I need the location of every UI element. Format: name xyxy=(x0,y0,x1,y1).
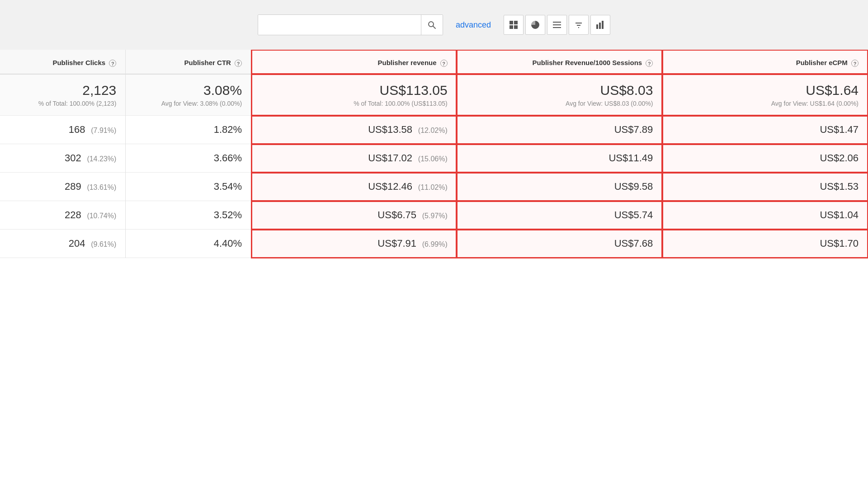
svg-rect-14 xyxy=(602,21,604,29)
row-pub-ecpm: US$1.53 xyxy=(662,173,868,201)
total-pub-ecpm: US$1.64 Avg for View: US$1.64 (0.00%) xyxy=(662,74,868,116)
search-button[interactable] xyxy=(421,15,443,35)
total-pub-clicks: 2,123 % of Total: 100.00% (2,123) xyxy=(0,74,126,116)
row-pub-rev1k: US$9.58 xyxy=(457,173,662,201)
row-pub-revenue: US$7.91 (6.99%) xyxy=(251,230,457,258)
table-row: 302 (14.23%) 3.66% US$17.02 (15.06%) US$… xyxy=(0,144,868,173)
row-pub-ctr: 4.40% xyxy=(126,230,251,258)
col-header-pub-ctr: Publisher CTR ? xyxy=(126,50,251,74)
table-row: 168 (7.91%) 1.82% US$13.58 (12.02%) US$7… xyxy=(0,116,868,144)
row-pub-rev1k: US$5.74 xyxy=(457,201,662,230)
grid-view-button[interactable] xyxy=(504,15,524,35)
toolbar: advanced xyxy=(0,0,868,50)
row-pub-ctr: 3.54% xyxy=(126,173,251,201)
pub-clicks-help-icon[interactable]: ? xyxy=(109,60,116,67)
row-pub-revenue: US$17.02 (15.06%) xyxy=(251,144,457,173)
table-row: 204 (9.61%) 4.40% US$7.91 (6.99%) US$7.6… xyxy=(0,230,868,258)
bar-chart-button[interactable] xyxy=(590,15,610,35)
svg-rect-2 xyxy=(509,21,513,24)
filter-button[interactable] xyxy=(569,15,589,35)
row-pub-clicks: 228 (10.74%) xyxy=(0,201,126,230)
svg-rect-3 xyxy=(514,21,518,24)
row-pub-revenue: US$12.46 (11.02%) xyxy=(251,173,457,201)
table-row: 289 (13.61%) 3.54% US$12.46 (11.02%) US$… xyxy=(0,173,868,201)
total-pub-revenue: US$113.05 % of Total: 100.00% (US$113.05… xyxy=(251,74,457,116)
svg-rect-4 xyxy=(509,25,513,29)
row-pub-revenue: US$6.75 (5.97%) xyxy=(251,201,457,230)
row-pub-rev1k: US$11.49 xyxy=(457,144,662,173)
row-pub-rev1k: US$7.68 xyxy=(457,230,662,258)
row-pub-ctr: 1.82% xyxy=(126,116,251,144)
svg-rect-7 xyxy=(553,24,561,25)
list-view-button[interactable] xyxy=(547,15,567,35)
advanced-link[interactable]: advanced xyxy=(456,20,491,30)
row-pub-ecpm: US$2.06 xyxy=(662,144,868,173)
pie-chart-icon xyxy=(530,20,540,30)
col-header-pub-clicks: Publisher Clicks ? xyxy=(0,50,126,74)
pub-ctr-help-icon[interactable]: ? xyxy=(235,60,242,67)
pub-rev1k-help-icon[interactable]: ? xyxy=(646,60,653,67)
row-pub-clicks: 289 (13.61%) xyxy=(0,173,126,201)
search-box xyxy=(258,14,443,35)
row-pub-clicks: 302 (14.23%) xyxy=(0,144,126,173)
row-pub-ecpm: US$1.70 xyxy=(662,230,868,258)
svg-line-1 xyxy=(433,26,435,28)
row-pub-revenue: US$13.58 (12.02%) xyxy=(251,116,457,144)
row-pub-ctr: 3.52% xyxy=(126,201,251,230)
col-header-pub-ecpm: Publisher eCPM ? xyxy=(662,50,868,74)
analytics-table: Publisher Clicks ? Publisher CTR ? Publi… xyxy=(0,50,868,258)
svg-rect-8 xyxy=(553,27,561,28)
svg-rect-13 xyxy=(599,23,601,29)
pub-revenue-help-icon[interactable]: ? xyxy=(440,60,448,67)
row-pub-ecpm: US$1.04 xyxy=(662,201,868,230)
filter-icon xyxy=(574,20,584,30)
row-pub-ecpm: US$1.47 xyxy=(662,116,868,144)
toolbar-icons xyxy=(504,15,610,35)
row-pub-ctr: 3.66% xyxy=(126,144,251,173)
svg-rect-6 xyxy=(553,22,561,23)
total-pub-rev1k: US$8.03 Avg for View: US$8.03 (0.00%) xyxy=(457,74,662,116)
col-header-pub-rev1k: Publisher Revenue/1000 Sessions ? xyxy=(457,50,662,74)
col-header-pub-revenue: Publisher revenue ? xyxy=(251,50,457,74)
search-input[interactable] xyxy=(258,15,421,35)
search-icon xyxy=(427,20,436,29)
pie-chart-button[interactable] xyxy=(525,15,545,35)
pub-ecpm-help-icon[interactable]: ? xyxy=(851,60,859,67)
total-pub-ctr: 3.08% Avg for View: 3.08% (0.00%) xyxy=(126,74,251,116)
svg-rect-5 xyxy=(514,25,518,29)
list-icon xyxy=(552,20,562,30)
total-row: 2,123 % of Total: 100.00% (2,123) 3.08% … xyxy=(0,74,868,116)
svg-rect-12 xyxy=(596,24,598,29)
table-row: 228 (10.74%) 3.52% US$6.75 (5.97%) US$5.… xyxy=(0,201,868,230)
row-pub-clicks: 204 (9.61%) xyxy=(0,230,126,258)
bar-chart-icon xyxy=(595,20,605,30)
row-pub-rev1k: US$7.89 xyxy=(457,116,662,144)
grid-icon xyxy=(509,20,519,30)
data-table-container: Publisher Clicks ? Publisher CTR ? Publi… xyxy=(0,50,868,488)
row-pub-clicks: 168 (7.91%) xyxy=(0,116,126,144)
